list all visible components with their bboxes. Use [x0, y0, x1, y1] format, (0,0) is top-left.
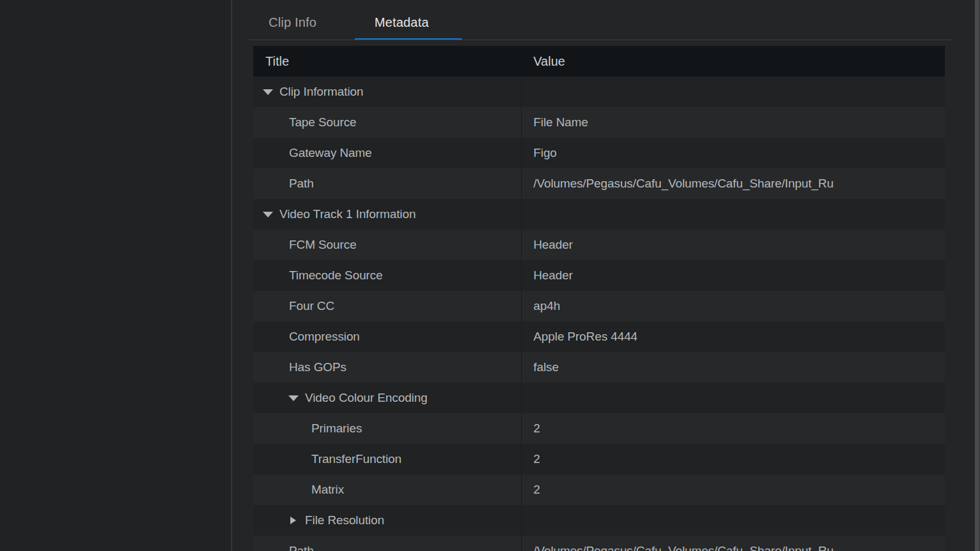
- row-title: File Resolution: [305, 513, 384, 527]
- row-title: Video Colour Encoding: [305, 391, 427, 405]
- column-header-title[interactable]: Title: [253, 46, 521, 77]
- table-row[interactable]: Path/Volumes/Pegasus/Cafu_Volumes/Cafu_S…: [253, 536, 945, 551]
- row-value: 2: [533, 483, 540, 497]
- left-panel: [0, 0, 231, 551]
- row-value: false: [533, 360, 559, 374]
- table-row[interactable]: Gateway NameFigo: [253, 138, 945, 168]
- row-title: Matrix: [311, 483, 344, 497]
- row-value: 2: [533, 452, 540, 466]
- triangle-down-icon[interactable]: [288, 393, 299, 404]
- tab-bar-divider: [248, 40, 952, 40]
- table-row[interactable]: Video Track 1 Information: [253, 199, 945, 230]
- table-row[interactable]: Matrix2: [253, 474, 945, 505]
- table-row[interactable]: Timecode SourceHeader: [253, 260, 945, 291]
- row-title: Video Track 1 Information: [279, 207, 416, 221]
- row-value: Apple ProRes 4444: [533, 330, 637, 344]
- row-title: Path: [289, 544, 314, 551]
- row-value: /Volumes/Pegasus/Cafu_Volumes/Cafu_Share…: [533, 544, 833, 551]
- app-window: Clip Info Metadata Title Value Clip Info…: [0, 0, 980, 551]
- table-row[interactable]: Four CCap4h: [253, 291, 945, 321]
- row-title: Path: [289, 177, 314, 191]
- table-row[interactable]: FCM SourceHeader: [253, 230, 945, 260]
- tab-metadata[interactable]: Metadata: [375, 15, 429, 30]
- row-title: Primaries: [311, 422, 362, 436]
- table-row[interactable]: Video Colour Encoding: [253, 383, 945, 413]
- triangle-glyph: [290, 517, 296, 524]
- table-body: Clip InformationTape SourceFile NameGate…: [253, 77, 945, 551]
- row-title: Clip Information: [279, 85, 363, 99]
- column-header-value[interactable]: Value: [521, 46, 945, 77]
- row-value: Header: [533, 268, 573, 283]
- triangle-glyph: [263, 212, 273, 217]
- row-title: Compression: [289, 330, 360, 344]
- table-row[interactable]: Path/Volumes/Pegasus/Cafu_Volumes/Cafu_S…: [253, 168, 945, 199]
- triangle-glyph: [288, 395, 299, 401]
- triangle-right-icon[interactable]: [288, 515, 299, 526]
- row-title: Gateway Name: [289, 146, 372, 160]
- table-row[interactable]: TransferFunction2: [253, 444, 945, 474]
- triangle-glyph: [263, 89, 273, 95]
- row-value: Header: [533, 238, 573, 252]
- row-value: ap4h: [533, 299, 560, 313]
- table-row[interactable]: File Resolution: [253, 505, 945, 536]
- metadata-table: Title Value Clip InformationTape SourceF…: [253, 46, 945, 551]
- row-value: File Name: [533, 115, 588, 129]
- table-row[interactable]: Clip Information: [253, 77, 945, 107]
- triangle-down-icon[interactable]: [262, 209, 273, 220]
- table-row[interactable]: Tape SourceFile Name: [253, 107, 945, 138]
- row-title: Tape Source: [289, 115, 357, 129]
- metadata-panel: Clip Info Metadata Title Value Clip Info…: [232, 0, 980, 551]
- triangle-down-icon[interactable]: [262, 87, 273, 98]
- table-header: Title Value: [253, 46, 945, 77]
- table-row[interactable]: Primaries2: [253, 413, 945, 444]
- table-row[interactable]: CompressionApple ProRes 4444: [253, 321, 945, 352]
- tab-clip-info[interactable]: Clip Info: [269, 15, 316, 30]
- row-title: Timecode Source: [289, 268, 383, 283]
- vertical-scrollbar[interactable]: [975, 0, 979, 551]
- table-row[interactable]: Has GOPsfalse: [253, 352, 945, 383]
- row-title: FCM Source: [289, 238, 357, 252]
- tab-bar: Clip Info Metadata: [232, 0, 980, 40]
- row-title: Four CC: [289, 299, 334, 313]
- row-value: Figo: [533, 146, 557, 160]
- row-title: TransferFunction: [311, 452, 401, 466]
- row-value: 2: [533, 422, 540, 436]
- row-title: Has GOPs: [289, 360, 346, 374]
- row-value: /Volumes/Pegasus/Cafu_Volumes/Cafu_Share…: [533, 177, 833, 191]
